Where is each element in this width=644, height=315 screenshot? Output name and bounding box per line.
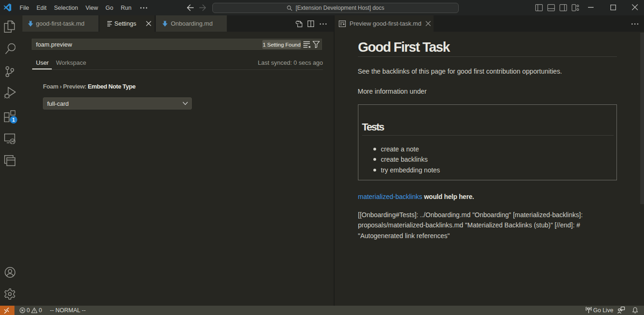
svg-text:1: 1 [12,116,15,122]
